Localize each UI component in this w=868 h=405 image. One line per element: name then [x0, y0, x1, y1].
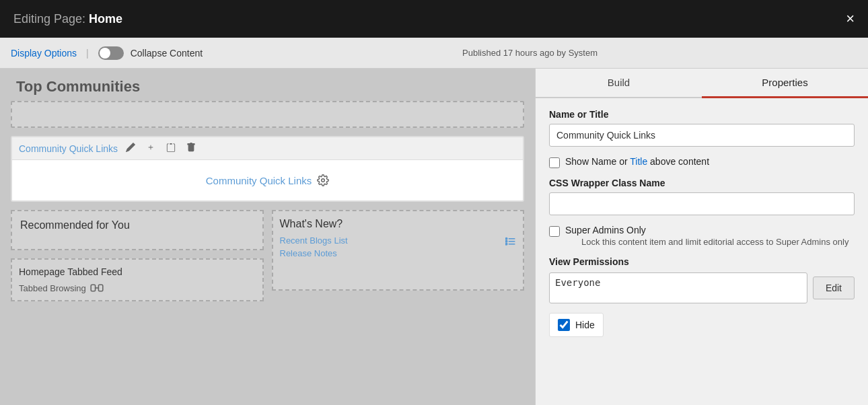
- super-admins-desc: Lock this content item and limit editori…: [581, 237, 848, 247]
- top-bar: Editing Page: Home ×: [0, 0, 868, 38]
- close-button[interactable]: ×: [846, 10, 855, 28]
- edit-permissions-button[interactable]: Edit: [813, 277, 855, 299]
- collapse-toggle[interactable]: [98, 46, 124, 60]
- top-communities-box: [11, 101, 524, 128]
- toolbar-divider: |: [86, 48, 89, 59]
- super-admins-row: Super Admins Only Lock this content item…: [549, 225, 855, 247]
- whats-new-label-1: Recent Blogs List: [280, 235, 348, 246]
- permissions-row: Edit: [549, 272, 855, 303]
- tab-properties[interactable]: Properties: [702, 69, 868, 98]
- view-permissions-label: View Permissions: [549, 256, 855, 267]
- whats-new-box: What's New? Recent Blogs List: [272, 210, 525, 291]
- main-layout: Top Communities Community Quick Links: [0, 69, 868, 405]
- hide-label: Hide: [575, 320, 595, 330]
- top-communities-header: Top Communities: [11, 75, 524, 101]
- svg-point-0: [322, 179, 325, 182]
- bottom-right: What's New? Recent Blogs List: [272, 210, 525, 301]
- css-wrapper-label: CSS Wrapper Class Name: [549, 178, 855, 188]
- title-prefix: Editing Page:: [13, 12, 85, 26]
- show-name-checkbox[interactable]: [549, 157, 560, 168]
- super-admins-label: Super Admins Only: [565, 225, 646, 235]
- svg-point-7: [505, 240, 507, 242]
- css-wrapper-input[interactable]: [549, 192, 855, 215]
- recommended-title: Recommended for You: [20, 219, 254, 231]
- show-name-row: Show Name or Title above content: [549, 156, 855, 168]
- recommended-box: Recommended for You: [11, 210, 264, 250]
- tabbed-browsing-row: Tabbed Browsing: [19, 283, 256, 293]
- right-panel: Build Properties Name or Title Show Name…: [535, 69, 868, 405]
- title-link[interactable]: Title: [630, 156, 647, 167]
- name-or-title-input[interactable]: [549, 124, 855, 147]
- super-admins-checkbox[interactable]: [549, 226, 560, 237]
- block-copy-icon[interactable]: [164, 141, 178, 155]
- homepage-tabbed-title: Homepage Tabbed Feed: [19, 266, 256, 277]
- toolbar-left: Display Options | Collapse Content: [11, 46, 203, 60]
- block-body: Community Quick Links: [12, 160, 523, 200]
- tab-build[interactable]: Build: [536, 69, 702, 98]
- whats-new-title: What's New?: [280, 218, 517, 230]
- show-name-label: Show Name or Title above content: [565, 156, 709, 167]
- name-or-title-label: Name or Title: [549, 109, 855, 120]
- bottom-left: Recommended for You Homepage Tabbed Feed…: [11, 210, 264, 301]
- collapse-content-label: Collapse Content: [131, 48, 203, 59]
- block-add-icon[interactable]: [143, 141, 158, 155]
- list-icon-1: [505, 236, 516, 246]
- whats-new-label-2: Release Notes: [280, 248, 337, 258]
- svg-rect-2: [98, 285, 102, 291]
- page-title: Editing Page: Home: [13, 12, 122, 26]
- tabbed-browsing-label: Tabbed Browsing: [19, 283, 86, 293]
- whats-new-item-2: Release Notes: [280, 248, 517, 258]
- block-delete-icon[interactable]: [184, 141, 198, 155]
- block-edit-icon[interactable]: [123, 141, 138, 155]
- toolbar: Display Options | Collapse Content Publi…: [0, 38, 868, 69]
- svg-rect-1: [91, 285, 95, 291]
- hide-row: Hide: [549, 313, 604, 337]
- title-name: Home: [89, 12, 122, 26]
- block-body-link[interactable]: Community Quick Links: [206, 175, 312, 186]
- display-options-link[interactable]: Display Options: [11, 48, 77, 59]
- svg-point-8: [505, 243, 507, 244]
- hide-checkbox[interactable]: [558, 319, 570, 331]
- bottom-row: Recommended for You Homepage Tabbed Feed…: [11, 210, 524, 301]
- block-title: Community Quick Links: [19, 143, 118, 154]
- community-quick-links-block: Community Quick Links Community Quick Li…: [11, 136, 524, 202]
- gear-icon[interactable]: [317, 174, 329, 186]
- left-panel: Top Communities Community Quick Links: [0, 69, 535, 405]
- tabs: Build Properties: [536, 69, 868, 98]
- published-status: Published 17 hours ago by System: [203, 48, 857, 58]
- properties-panel: Name or Title Show Name or Title above c…: [536, 98, 868, 405]
- block-header: Community Quick Links: [12, 137, 523, 160]
- everyone-input[interactable]: [549, 272, 807, 303]
- whats-new-item-1: Recent Blogs List: [280, 235, 517, 246]
- homepage-tabbed-box: Homepage Tabbed Feed Tabbed Browsing: [11, 258, 264, 301]
- binoculars-icon: [90, 283, 104, 293]
- svg-point-6: [505, 237, 507, 239]
